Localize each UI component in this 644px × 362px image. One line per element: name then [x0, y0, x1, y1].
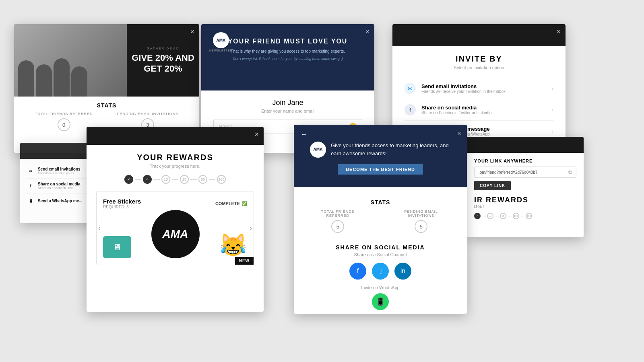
modal6-social-text: Share on social media Share on Facebook,… — [38, 182, 94, 190]
ama-logo-wrap: AMA Give your friends access to marketin… — [310, 142, 451, 158]
social-title: SHARE ON SOCIAL MEDIA — [303, 244, 457, 251]
monitor-sticker: 🖥 — [103, 236, 131, 258]
become-button[interactable]: BECOME THE BEST FRIEND — [338, 164, 423, 175]
mini-dot-5: 150 — [526, 213, 532, 219]
modal6-social-title: Share on social media — [38, 182, 94, 186]
next-reward-button[interactable]: › — [250, 224, 252, 232]
progress-dot-4: 25 — [180, 175, 189, 184]
rewards-subtitle: Track your progress here. — [96, 164, 254, 169]
mini-line-2 — [495, 216, 499, 216]
ama-logo: AMA NEWSLETTER — [209, 32, 233, 52]
modal6-email-icon: ✉ — [27, 167, 35, 175]
progress-line-5 — [209, 179, 215, 180]
modal-4-header — [87, 127, 264, 145]
modal-4-close[interactable]: × — [254, 131, 259, 138]
social-chevron-icon: › — [551, 107, 553, 113]
prev-reward-button[interactable]: ‹ — [98, 224, 100, 232]
promo-text: GIVE 20% AND GET 20% — [131, 53, 195, 74]
invite-title: INVITE BY — [405, 54, 553, 64]
option-email[interactable]: ✉ Send email invitations Friends will re… — [405, 78, 553, 99]
modal-5-header: ← × AMA Give your friends access to mark… — [294, 125, 467, 187]
mini-dot-2: – — [487, 213, 493, 219]
modal6-email-title: Send email invitations — [38, 167, 94, 171]
modal-5-stats: STATS TOTAL FRIENDS REFERRED 5 PENDING E… — [303, 193, 457, 239]
social-option-desc: Share on Facebook, Twitter or LinkedIn — [421, 111, 551, 115]
modal-2-header: AMA NEWSLETTER YOUR FRIEND MUST LOVE YOU… — [201, 24, 374, 90]
mini-dot-1: ✓ — [474, 213, 481, 219]
progress-dot-1: ✓ — [124, 175, 133, 184]
reward-name: Free Stickers — [103, 198, 141, 205]
email-option-title: Send email invitations — [421, 83, 551, 89]
modal-5-stats-title: STATS — [309, 199, 452, 206]
ir-rewards-subtitle: Dour — [474, 204, 576, 209]
email-option-text: Send email invitations Friends will rece… — [421, 83, 551, 94]
modal-5-close[interactable]: × — [457, 130, 461, 138]
friend-love-sub: That is why they are giving you access t… — [217, 48, 358, 54]
link-input-row[interactable]: .om/friend?referred=2d76d040b7 ⧉ — [474, 167, 576, 178]
stat-referred-value: 0 — [58, 118, 70, 131]
twitter-button[interactable]: 𝕋 — [372, 263, 389, 280]
friend-love-title: YOUR FRIEND MUST LOVE YOU — [217, 38, 358, 45]
brand-label: GATHER DEMO — [147, 47, 180, 50]
whatsapp-chevron-icon: › — [551, 128, 553, 134]
modal6-wa-text: Send a WhatsApp me... — [38, 199, 94, 203]
copy-link-button[interactable]: COPY LINK — [474, 181, 511, 190]
promo-panel: GATHER DEMO GIVE 20% AND GET 20% — [127, 24, 199, 97]
modal6-wa-title: Send a WhatsApp me... — [38, 199, 94, 203]
modal5-stat-referred: TOTAL FRIENDS REFERRED 5 — [309, 210, 367, 233]
progress-line-4 — [190, 179, 197, 180]
mini-line-1 — [482, 216, 486, 216]
option-social[interactable]: f Share on social media Share on Faceboo… — [405, 99, 553, 121]
modal-your-rewards: × YOUR REWARDS Track your progress here.… — [87, 127, 264, 312]
modal6-option-wa: 📱 Send a WhatsApp me... — [27, 193, 94, 208]
modal-3-close[interactable]: × — [556, 28, 561, 35]
modal6-email-desc: Friends will receive your i... — [38, 171, 94, 175]
link-section-title: YOUR LINK ANYWHERE — [474, 158, 576, 163]
modal6-option-social: f Share on social media Share on Faceboo… — [27, 179, 94, 193]
mini-dot-3: 25 — [500, 213, 506, 219]
silhouettes — [18, 58, 87, 97]
progress-dot-3: 10 — [161, 175, 170, 184]
ama-center-logo: AMA — [151, 210, 200, 258]
linkedin-button[interactable]: in — [394, 263, 411, 280]
link-value: .om/friend?referred=2d76d040b7 — [479, 170, 568, 175]
ir-rewards-title: IR REWARDS — [474, 196, 576, 204]
modal-stats-social: ← × AMA Give your friends access to mark… — [294, 125, 467, 314]
ama-center-text: AMA — [163, 228, 188, 241]
stat-pending-label: PENDING EMAIL INVITATIONS — [117, 112, 179, 116]
modal6-social-icon: f — [27, 182, 35, 190]
join-subtitle: Enter your name and email — [213, 109, 362, 113]
friend-love-note: Don't worry! We'll thank them for you, b… — [217, 57, 358, 61]
ama-logo-subtitle: NEWSLETTER — [209, 49, 233, 52]
modal-3-header — [392, 24, 566, 46]
person-3 — [54, 58, 70, 97]
email-option-icon: ✉ — [405, 83, 416, 94]
whatsapp-button[interactable]: 📱 — [372, 293, 389, 310]
ir-rewards-section: IR REWARDS Dour ✓ – 25 100 150 — [474, 196, 576, 219]
modal6-email-text: Send email invitations Friends will rece… — [38, 167, 94, 175]
social-subtitle: Share on a Social Channel — [303, 252, 457, 257]
new-badge: NEW — [235, 257, 254, 265]
social-option-text: Share on social media Share on Facebook,… — [421, 105, 551, 115]
modal-5-back[interactable]: ← — [300, 130, 308, 139]
modal-ir-rewards: YOUR LINK ANYWHERE .om/friend?referred=2… — [467, 137, 584, 237]
reward-card: ‹ › Free Stickers REQUIRED: 5 COMPLETE ✅… — [96, 191, 254, 265]
progress-line-1 — [135, 179, 141, 180]
progress-dot-5: 50 — [198, 175, 207, 184]
modal5-pending-label: PENDING EMAIL INVITATIONS — [391, 210, 452, 218]
facebook-button[interactable]: f — [349, 263, 366, 280]
modal6-option-email: ✉ Send email invitations Friends will re… — [27, 164, 94, 179]
emoji-sticker: 😹 — [219, 232, 247, 258]
email-option-desc: Friends will receive your invitation in … — [421, 89, 551, 94]
whatsapp-label: Invite on WhatsApp — [303, 285, 457, 290]
modal-1-close[interactable]: × — [190, 28, 194, 35]
mini-progress-track: ✓ – 25 100 150 — [474, 213, 576, 219]
modal-2-close[interactable]: × — [365, 28, 369, 35]
mini-line-3 — [508, 216, 512, 216]
progress-dot-6: 100 — [217, 175, 226, 184]
reward-name-wrap: Free Stickers REQUIRED: 5 — [103, 198, 141, 209]
modal-7-header — [467, 137, 584, 153]
complete-badge: COMPLETE ✅ — [215, 201, 247, 206]
modal-5-stats-row: TOTAL FRIENDS REFERRED 5 PENDING EMAIL I… — [309, 210, 452, 233]
stat-referred-label: TOTAL FRIENDS REFERRED — [35, 112, 93, 116]
